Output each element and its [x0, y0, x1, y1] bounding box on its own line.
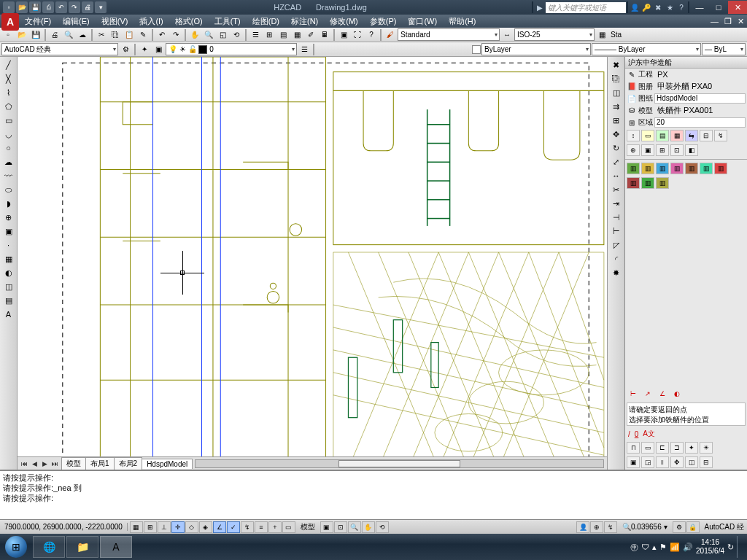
pb5-icon[interactable]: ✦ [685, 442, 698, 454]
lwt-toggle[interactable]: ≡ [255, 521, 268, 533]
cut-icon[interactable]: ✂ [95, 28, 108, 42]
layer-combo[interactable]: 💡 ☀ 🔓 0 [166, 43, 297, 55]
sb3-icon[interactable]: 🔍 [348, 521, 361, 533]
tray-net-icon[interactable]: 📶 [670, 542, 680, 552]
snap-toggle[interactable]: ▦ [130, 521, 143, 533]
tray-flag-icon[interactable]: ⚑ [659, 542, 667, 552]
publish-icon[interactable]: ☁ [76, 28, 89, 42]
trim-icon[interactable]: ✂ [609, 183, 624, 196]
menu-edit[interactable]: 编辑(E) [60, 15, 93, 28]
layer-state-icon[interactable]: ✦ [138, 43, 151, 56]
line-icon[interactable]: ╱ [1, 58, 16, 71]
linetype-combo[interactable]: ——— ByLayer [592, 43, 701, 55]
region-icon[interactable]: ◫ [1, 280, 16, 293]
lineweight-combo[interactable]: — ByL [702, 43, 746, 55]
qat-redo-icon[interactable]: ↷ [69, 1, 80, 13]
tab-hdspd[interactable]: HdspdModel [142, 459, 193, 469]
doc-close-button[interactable]: ✕ [735, 16, 747, 27]
qat-more-icon[interactable]: ▾ [95, 1, 107, 13]
menu-dim[interactable]: 标注(N) [288, 15, 321, 28]
circle-icon[interactable]: ○ [1, 141, 16, 155]
sb4-icon[interactable]: ✋ [362, 521, 375, 533]
c4-icon[interactable]: ▥ [670, 163, 684, 174]
stretch-icon[interactable]: ↔ [609, 169, 624, 182]
plot-icon[interactable]: 🖨 [48, 28, 61, 42]
zone-combo[interactable]: 20 [654, 117, 746, 128]
sb1-icon[interactable]: ▣ [320, 521, 333, 533]
cleanscreen-icon[interactable]: ⛶ [351, 28, 364, 42]
p9-icon[interactable]: ▣ [641, 144, 654, 156]
dimstyle-icon[interactable]: ↔ [500, 28, 514, 42]
infocenter-exchange-icon[interactable]: ✖ [652, 1, 664, 13]
menu-insert[interactable]: 插入(I) [136, 15, 166, 28]
tablestyle-icon[interactable]: ▦ [595, 28, 608, 42]
menu-window[interactable]: 窗口(W) [405, 15, 440, 28]
p1-icon[interactable]: ↕ [627, 130, 640, 141]
extend-icon[interactable]: ⇥ [609, 197, 624, 210]
doc-max-button[interactable]: ❐ [721, 16, 735, 27]
c3-icon[interactable]: ▥ [656, 163, 669, 174]
close-button[interactable]: ✕ [728, 1, 747, 14]
c6-icon[interactable]: ▥ [700, 163, 713, 174]
ducs-toggle[interactable]: ✓ [227, 521, 240, 533]
layer-mgr-icon[interactable]: ☰ [298, 43, 311, 56]
tab-layout1[interactable]: 布局1 [85, 457, 115, 470]
dim-ang-icon[interactable]: ∠ [656, 388, 669, 400]
pb2-icon[interactable]: ▭ [641, 442, 654, 454]
tray-sync-icon[interactable]: ↻ [727, 542, 734, 552]
menu-file[interactable]: 文件(F) [22, 15, 54, 28]
sb2-icon[interactable]: ⊡ [334, 521, 347, 533]
3dosnap-toggle[interactable]: ◈ [199, 521, 212, 533]
zoom-icon[interactable]: 🔍 [202, 28, 215, 42]
paste-icon[interactable]: 📋 [123, 28, 136, 42]
min-button[interactable]: — [690, 1, 709, 14]
infocenter-sign-icon[interactable]: 👤 [629, 1, 640, 13]
menu-draw[interactable]: 绘图(D) [249, 15, 282, 28]
menu-help[interactable]: 帮助(H) [446, 15, 479, 28]
dim-h-icon[interactable]: ⊢ [627, 388, 640, 400]
title-play-icon[interactable]: ▶ [534, 1, 546, 13]
infocenter-key-icon[interactable]: 🔑 [640, 1, 652, 13]
xline-icon[interactable]: ╳ [1, 72, 16, 85]
hscrollbar[interactable] [195, 459, 604, 468]
tab-last-icon[interactable]: ⏭ [50, 460, 60, 467]
table-icon[interactable]: ▤ [1, 294, 16, 307]
c8-icon[interactable]: ▥ [627, 177, 640, 189]
c9-icon[interactable]: ▥ [641, 177, 654, 189]
scale-icon[interactable]: ⤢ [609, 155, 624, 168]
ann-scale-icon[interactable]: 👤 [576, 521, 589, 533]
copy2-icon[interactable]: ⿻ [609, 72, 624, 85]
join-icon[interactable]: ⊢ [609, 225, 624, 238]
p3-icon[interactable]: ▤ [656, 130, 669, 141]
tray-chevron-icon[interactable]: ▴ [652, 542, 657, 552]
c10-icon[interactable]: ▥ [656, 177, 669, 189]
menu-modify[interactable]: 修改(M) [327, 15, 361, 28]
start-button[interactable]: ⊞ [1, 536, 31, 558]
menu-param[interactable]: 参数(P) [367, 15, 400, 28]
p11-icon[interactable]: ⊡ [670, 144, 684, 156]
pc3-icon[interactable]: ⦀ [656, 456, 669, 468]
infocenter-help-icon[interactable]: ? [676, 1, 687, 13]
ws-name[interactable]: AutoCAD 经 [702, 522, 747, 532]
ws-gear-icon[interactable]: ⚙ [119, 43, 132, 56]
tray-vol-icon[interactable]: 🔊 [683, 542, 693, 552]
tab-model[interactable]: 模型 [61, 457, 86, 470]
layer-filter-icon[interactable]: ▣ [152, 43, 165, 56]
qat-undo-icon[interactable]: ↶ [55, 1, 67, 13]
markup-icon[interactable]: ✐ [304, 28, 317, 42]
dim-rad-icon[interactable]: ◐ [670, 388, 684, 400]
pb3-icon[interactable]: ⊏ [656, 442, 669, 454]
ann-auto-icon[interactable]: ↯ [604, 521, 617, 533]
rect-icon[interactable]: ▭ [1, 114, 16, 127]
props-icon[interactable]: ☰ [249, 28, 262, 42]
show-desktop-button[interactable] [737, 536, 743, 558]
workspace-combo[interactable]: AutoCAD 经典 [1, 43, 118, 55]
p4-icon[interactable]: ▦ [670, 130, 684, 141]
ws-switch-icon[interactable]: ⚙ [673, 521, 686, 533]
qat-open-icon[interactable]: 📂 [16, 1, 28, 13]
point-icon[interactable]: · [1, 238, 16, 252]
makeblock-icon[interactable]: ▣ [1, 225, 16, 238]
drawing-canvas[interactable] [18, 57, 607, 456]
p6-icon[interactable]: ⊟ [700, 130, 713, 141]
preview-icon[interactable]: 🔍 [62, 28, 75, 42]
